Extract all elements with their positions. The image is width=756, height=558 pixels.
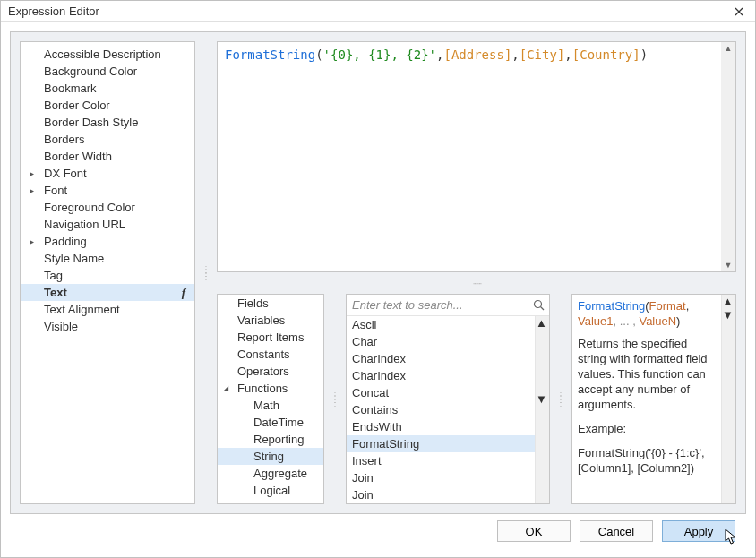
function-label: Contains xyxy=(352,401,398,418)
property-item[interactable]: Accessible Description xyxy=(21,46,194,63)
property-label: Bookmark xyxy=(44,80,97,97)
category-label: Logical xyxy=(253,484,290,497)
property-item[interactable]: Navigation URL xyxy=(21,216,194,233)
function-label: Concat xyxy=(352,384,389,401)
category-item[interactable]: Constants xyxy=(218,346,323,363)
function-item[interactable]: FormatString xyxy=(347,435,535,452)
scroll-up-icon[interactable]: ▲ xyxy=(721,42,735,55)
property-item[interactable]: Visible xyxy=(21,318,194,335)
category-item[interactable]: Fields xyxy=(218,295,323,312)
expression-scrollbar[interactable]: ▲ ▼ xyxy=(721,42,735,271)
property-item[interactable]: Style Name xyxy=(21,250,194,267)
function-item[interactable]: CharIndex xyxy=(347,367,535,384)
property-label: Text Alignment xyxy=(44,301,120,318)
function-label: EndsWith xyxy=(352,418,402,435)
property-item[interactable]: Text Alignment xyxy=(21,301,194,318)
category-label: DateTime xyxy=(253,416,304,429)
scroll-down-icon[interactable]: ▼ xyxy=(722,308,735,322)
expr-token-fn: FormatString xyxy=(225,47,315,62)
function-item[interactable]: Insert xyxy=(347,452,535,469)
category-item[interactable]: Logical xyxy=(218,482,323,499)
search-input[interactable] xyxy=(350,297,531,313)
category-label: Variables xyxy=(237,313,285,327)
function-label: Char xyxy=(352,333,377,350)
splitter-horizontal[interactable]: · · · · · · xyxy=(217,279,736,287)
category-item[interactable]: Report Items xyxy=(218,329,323,346)
functions-scrollbar[interactable]: ▲ ▼ xyxy=(535,316,549,503)
search-button[interactable] xyxy=(531,298,546,313)
property-label: Borders xyxy=(44,131,85,148)
cancel-button[interactable]: Cancel xyxy=(580,520,653,542)
splitter-vertical[interactable]: ⋮⋮⋮ xyxy=(557,294,564,504)
expression-text-area[interactable]: FormatString('{0}, {1}, {2}',[Address],[… xyxy=(218,42,721,271)
function-label: Join xyxy=(352,469,374,486)
property-item[interactable]: ▸Padding xyxy=(21,233,194,250)
category-item[interactable]: String xyxy=(218,448,323,465)
splitter-vertical[interactable]: ⋮⋮⋮ xyxy=(202,41,210,504)
property-item[interactable]: Background Color xyxy=(21,63,194,80)
categories-list[interactable]: FieldsVariablesReport ItemsConstantsOper… xyxy=(218,295,323,503)
properties-panel[interactable]: Accessible DescriptionBackground ColorBo… xyxy=(20,41,195,504)
svg-line-1 xyxy=(540,307,544,311)
scroll-up-icon[interactable]: ▲ xyxy=(536,316,549,330)
functions-list[interactable]: AsciiCharCharIndexCharIndexConcatContain… xyxy=(347,316,535,503)
apply-button[interactable]: Apply xyxy=(662,520,735,542)
splitter-vertical[interactable]: ⋮⋮⋮ xyxy=(331,294,339,504)
function-label: CharIndex xyxy=(352,367,406,384)
property-item[interactable]: Textf xyxy=(21,284,194,301)
category-label: Constants xyxy=(237,348,290,361)
property-item[interactable]: Border Dash Style xyxy=(21,114,194,131)
expr-token-field: [City] xyxy=(520,47,565,62)
property-item[interactable]: ▸DX Font xyxy=(21,165,194,182)
function-item[interactable]: CharIndex xyxy=(347,350,535,367)
chevron-right-icon[interactable]: ▸ xyxy=(30,233,34,250)
chevron-right-icon[interactable]: ▸ xyxy=(30,165,34,182)
category-item[interactable]: ◢Functions xyxy=(218,380,323,397)
property-item[interactable]: Bookmark xyxy=(21,80,194,97)
category-item[interactable]: DateTime xyxy=(218,414,323,431)
scroll-down-icon[interactable]: ▼ xyxy=(536,392,549,406)
close-button[interactable] xyxy=(730,3,748,21)
category-item[interactable]: Variables xyxy=(218,312,323,329)
search-row xyxy=(347,295,549,316)
chevron-down-icon[interactable]: ◢ xyxy=(223,380,228,397)
ok-button[interactable]: OK xyxy=(497,520,571,542)
property-item[interactable]: Border Color xyxy=(21,97,194,114)
description-body: FormatString(Format, Value1, ... , Value… xyxy=(572,295,721,503)
property-label: Accessible Description xyxy=(44,46,161,63)
category-label: Report Items xyxy=(237,331,304,344)
property-item[interactable]: Borders xyxy=(21,131,194,148)
bottom-row: FieldsVariablesReport ItemsConstantsOper… xyxy=(217,294,736,504)
property-item[interactable]: Foreground Color xyxy=(21,199,194,216)
function-item[interactable]: Char xyxy=(347,333,535,350)
property-item[interactable]: ▸Font xyxy=(21,182,194,199)
window-title: Expression Editor xyxy=(8,4,730,18)
property-label: Foreground Color xyxy=(44,199,135,216)
function-description-text: Returns the specified string with format… xyxy=(578,336,716,412)
function-item[interactable]: Concat xyxy=(347,384,535,401)
description-scrollbar[interactable]: ▲ ▼ xyxy=(721,295,735,503)
expression-editor-box: FormatString('{0}, {1}, {2}',[Address],[… xyxy=(217,41,736,272)
category-item[interactable]: Reporting xyxy=(218,431,323,448)
property-item[interactable]: Border Width xyxy=(21,148,194,165)
function-item[interactable]: EndsWith xyxy=(347,418,535,435)
chevron-right-icon[interactable]: ▸ xyxy=(30,182,34,199)
property-label: Background Color xyxy=(44,63,137,80)
function-item[interactable]: Join xyxy=(347,469,535,486)
category-item[interactable]: Operators xyxy=(218,363,323,380)
scroll-down-icon[interactable]: ▼ xyxy=(721,259,735,271)
expression-editor-window: Expression Editor Accessible Description… xyxy=(0,0,756,558)
client-area: Accessible DescriptionBackground ColorBo… xyxy=(1,22,755,557)
close-icon xyxy=(735,7,743,16)
function-item[interactable]: Ascii xyxy=(347,316,535,333)
property-label: Tag xyxy=(44,267,63,284)
property-item[interactable]: Tag xyxy=(21,267,194,284)
function-item[interactable]: Contains xyxy=(347,401,535,418)
example-text: FormatString('{0} - {1:c}', [Column1], [… xyxy=(578,445,716,476)
property-label: DX Font xyxy=(44,165,87,182)
scroll-thumb[interactable] xyxy=(536,330,549,392)
category-item[interactable]: Math xyxy=(218,397,323,414)
function-item[interactable]: Join xyxy=(347,486,535,503)
scroll-up-icon[interactable]: ▲ xyxy=(722,295,735,308)
category-item[interactable]: Aggregate xyxy=(218,465,323,482)
